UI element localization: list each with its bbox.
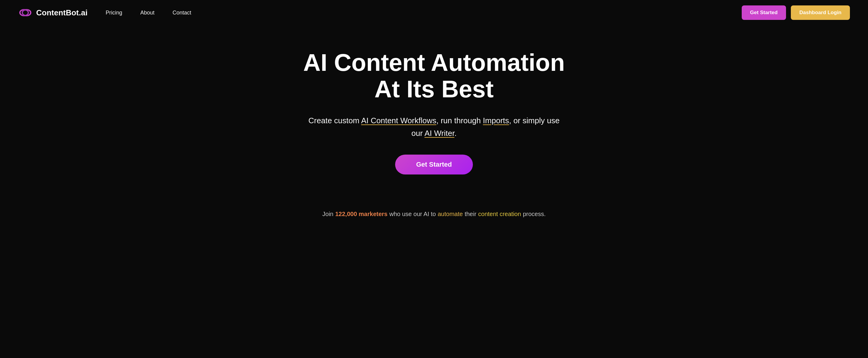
hero-subtitle-imports: Imports — [483, 116, 509, 125]
hero-subtitle-before: Create custom — [308, 116, 361, 125]
nav-item-pricing[interactable]: Pricing — [105, 10, 122, 16]
social-proof-suffix: process. — [523, 210, 546, 218]
logo-text: ContentBot.ai — [36, 8, 87, 18]
nav-left: ContentBot.ai Pricing About Contact — [18, 5, 191, 20]
nav-link-contact[interactable]: Contact — [173, 10, 191, 16]
nav-dashboard-login-button[interactable]: Dashboard Login — [791, 5, 850, 20]
hero-subtitle-writer: AI Writer — [424, 129, 454, 138]
nav-links: Pricing About Contact — [105, 10, 191, 16]
nav-link-about[interactable]: About — [140, 10, 154, 16]
hero-subtitle-end: . — [455, 129, 457, 138]
hero-section: AI Content Automation At Its Best Create… — [0, 25, 868, 193]
navbar: ContentBot.ai Pricing About Contact Get … — [0, 0, 868, 25]
hero-subtitle: Create custom AI Content Workflows, run … — [304, 115, 564, 139]
hero-get-started-button[interactable]: Get Started — [395, 155, 473, 174]
social-proof-middle: who use our AI to — [390, 210, 436, 218]
logo-icon — [18, 5, 33, 20]
social-proof-prefix: Join — [322, 210, 334, 218]
nav-link-pricing[interactable]: Pricing — [105, 10, 122, 16]
hero-title: AI Content Automation At Its Best — [299, 50, 569, 102]
social-proof-automate: automate — [438, 210, 463, 218]
social-proof-content-creation: content creation — [478, 210, 521, 218]
social-proof-count: 122,000 marketers — [335, 210, 387, 218]
hero-subtitle-workflow: AI Content Workflows — [361, 116, 436, 125]
nav-item-contact[interactable]: Contact — [173, 10, 191, 16]
hero-subtitle-middle: , run through — [436, 116, 483, 125]
logo[interactable]: ContentBot.ai — [18, 5, 87, 20]
social-proof: Join 122,000 marketers who use our AI to… — [0, 193, 868, 230]
nav-right: Get Started Dashboard Login — [742, 5, 850, 20]
social-proof-middle2: their — [465, 210, 476, 218]
nav-get-started-button[interactable]: Get Started — [742, 5, 786, 20]
nav-item-about[interactable]: About — [140, 10, 154, 16]
